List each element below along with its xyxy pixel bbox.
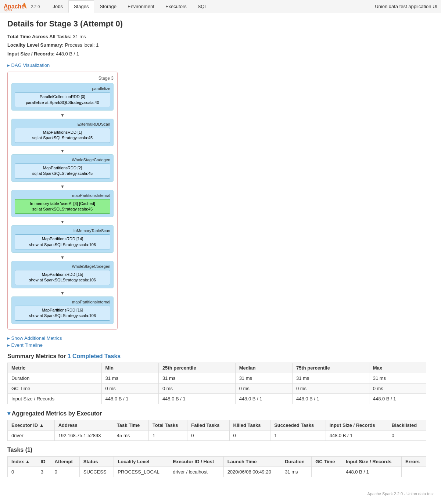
dag-node-inmemorytable: In-memory table 'userA' [3] [Cached]sql …	[15, 199, 110, 214]
dag-group-title-2: ExternalRDDScan	[15, 122, 110, 126]
agg-col-blacklisted: Blacklisted	[388, 420, 426, 430]
dag-group-wholestagecg2: WholeStageCodegen MapPartitionsRDD [15]s…	[11, 261, 114, 288]
dag-group-title-1: parallelize	[15, 86, 110, 91]
input-size-value: 448.0 B / 1	[56, 51, 79, 57]
nav-environment[interactable]: Environment	[122, 0, 160, 12]
total-time-label: Total Time Across All Tasks:	[7, 34, 73, 39]
agg-total-tasks-0: 1	[148, 430, 187, 440]
dag-arrow-1: ▼	[11, 112, 114, 119]
summary-metrics-thead: Metric Min 25th percentile Median 75th p…	[8, 363, 426, 373]
dag-node-mappartitionsrdd2: MapPartitionsRDD [2]sql at SparkSQLStrat…	[15, 163, 110, 179]
col-metric: Metric	[8, 363, 102, 373]
svg-text:Spark: Spark	[4, 8, 12, 12]
dag-arrow-5: ▼	[11, 254, 114, 261]
dag-sections: parallelize ParallelCollectionRDD [0]par…	[11, 83, 114, 325]
agg-icon: ▾	[7, 410, 12, 417]
agg-address-0: 192.168.75.1:52893	[54, 430, 113, 440]
agg-executor-id-0: driver	[8, 430, 55, 440]
nav-storage[interactable]: Storage	[94, 0, 122, 12]
summary-metrics-title: Summary Metrics for 1 Completed Tasks	[7, 353, 426, 360]
tasks-col-launch-time: Launch Time	[223, 456, 281, 467]
sm-max-2: 448.0 B / 1	[369, 393, 426, 404]
dag-arrow-3: ▼	[11, 183, 114, 190]
agg-header-row: Executor ID ▲ Address Task Time Total Ta…	[8, 420, 426, 430]
task-gc-time-0	[312, 467, 342, 477]
sm-metric-2: Input Size / Records	[8, 393, 102, 404]
show-additional-metrics-link[interactable]: ▸ Show Additional Metrics	[7, 335, 426, 341]
col-median: Median	[235, 363, 292, 373]
sm-p75-2: 448.0 B / 1	[292, 393, 369, 404]
sm-max-0: 31 ms	[369, 373, 426, 383]
agg-col-failed-tasks: Failed Tasks	[187, 420, 229, 430]
locality-row: Locality Level Summary: Process local: 1	[7, 41, 426, 49]
agg-input-size-0: 448.0 B / 1	[326, 430, 388, 440]
summary-metrics-row: Duration 31 ms 31 ms 31 ms 31 ms 31 ms	[8, 373, 426, 383]
task-errors-0	[401, 467, 426, 477]
summary-info: Total Time Across All Tasks: 31 ms Local…	[7, 32, 426, 58]
task-status-0: SUCCESS	[79, 467, 114, 477]
col-max: Max	[369, 363, 426, 373]
sm-p75-0: 31 ms	[292, 373, 369, 383]
nav-stages[interactable]: Stages	[68, 0, 94, 13]
total-time-row: Total Time Across All Tasks: 31 ms	[7, 32, 426, 41]
dag-arrow-6: ▼	[11, 290, 114, 296]
dag-group-inmemorytablescan: InMemoryTableScan MapPartitionsRDD [14]s…	[11, 225, 114, 253]
col-p75: 75th percentile	[292, 363, 369, 373]
tasks-col-status: Status	[79, 456, 114, 467]
summary-metrics-row: GC Time 0 ms 0 ms 0 ms 0 ms 0 ms	[8, 383, 426, 393]
main-content: Details for Stage 3 (Attempt 0) Total Ti…	[0, 13, 434, 489]
sm-metric-0: Duration	[8, 373, 102, 383]
summary-metrics-table: Metric Min 25th percentile Median 75th p…	[7, 363, 426, 404]
dag-group-title-4: mapPartitionsInternal	[15, 193, 110, 198]
tasks-col-input-size: Input Size / Records	[342, 456, 401, 467]
nav-executors[interactable]: Executors	[160, 0, 192, 12]
input-size-label: Input Size / Records:	[7, 51, 56, 57]
dag-node-mappartitionsrdd14: MapPartitionsRDD [14]show at SparkSQLStr…	[15, 234, 110, 249]
brand: Apache Spark 2.2.0	[4, 1, 40, 12]
aggregated-metrics-table: Executor ID ▲ Address Task Time Total Ta…	[7, 420, 426, 441]
task-input-size-0: 448.0 B / 1	[342, 467, 401, 477]
event-timeline-link[interactable]: ▸ Event Timeline	[7, 342, 426, 348]
dag-node-mappartitionsrdd1: MapPartitionsRDD [1]sql at SparkSQLStrat…	[15, 128, 110, 143]
dag-node-mappartitionsrdd15: MapPartitionsRDD [15]show at SparkSQLStr…	[15, 270, 110, 285]
dag-group-title-6: WholeStageCodegen	[15, 264, 110, 269]
agg-failed-tasks-0: 0	[187, 430, 229, 440]
tasks-body: 0 3 0 SUCCESS PROCESS_LOCAL driver / loc…	[8, 467, 426, 477]
task-attempt-0: 0	[51, 467, 79, 477]
sm-metric-1: GC Time	[8, 383, 102, 393]
agg-col-executor-id[interactable]: Executor ID ▲	[8, 420, 55, 430]
input-size-row: Input Size / Records: 448.0 B / 1	[7, 50, 426, 58]
nav-jobs[interactable]: Jobs	[47, 0, 68, 12]
total-time-value: 31 ms	[73, 34, 86, 39]
dag-arrow-4: ▼	[11, 219, 114, 225]
agg-col-succeeded-tasks: Succeeded Tasks	[270, 420, 326, 430]
summary-metrics-row: Input Size / Records 448.0 B / 1 448.0 B…	[8, 393, 426, 404]
tasks-col-index[interactable]: Index ▲	[8, 456, 37, 467]
tasks-col-attempt: Attempt	[51, 456, 79, 467]
tasks-col-gc-time: GC Time	[312, 456, 342, 467]
spark-logo: Apache Spark	[4, 1, 29, 12]
nav-sql[interactable]: SQL	[192, 0, 213, 12]
col-p25: 25th percentile	[158, 363, 235, 373]
tasks-table: Index ▲ ID Attempt Status Locality Level…	[7, 456, 426, 477]
agg-col-killed-tasks: Killed Tasks	[229, 420, 270, 430]
dag-group-title-7: mapPartitionsInternal	[15, 300, 110, 304]
dag-group-mappartitionsinternal2: mapPartitionsInternal MapPartitionsRDD […	[11, 296, 114, 324]
navbar: Apache Spark 2.2.0 Jobs Stages Storage E…	[0, 0, 441, 13]
dag-visualization-link[interactable]: ▸ DAG Visualization	[7, 62, 50, 68]
dag-group-title-3: WholeStageCodegen	[15, 158, 110, 162]
sm-median-0: 31 ms	[235, 373, 292, 383]
tasks-title: Tasks (1)	[7, 447, 426, 453]
agg-row: driver 192.168.75.1:52893 45 ms 1 0 0 1 …	[8, 430, 426, 440]
agg-blacklisted-0: 0	[388, 430, 426, 440]
footer-text: Apache Spark 2.2.0 - Union data test	[368, 492, 434, 496]
dag-node-mappartitionsrdd16: MapPartitionsRDD [16]show at SparkSQLStr…	[15, 306, 110, 321]
task-duration-0: 31 ms	[281, 467, 312, 477]
dag-node-parallelcollectionrdd: ParallelCollectionRDD [0]parallelize at …	[15, 92, 110, 107]
dag-group-mappartitionsinternal1: mapPartitionsInternal In-memory table 'u…	[11, 190, 114, 217]
task-row: 0 3 0 SUCCESS PROCESS_LOCAL driver / loc…	[8, 467, 426, 477]
sm-p25-2: 448.0 B / 1	[158, 393, 235, 404]
sm-min-1: 0 ms	[101, 383, 158, 393]
task-launch-time-0: 2020/06/08 00:49:20	[223, 467, 281, 477]
dag-group-externalrddscan: ExternalRDDScan MapPartitionsRDD [1]sql …	[11, 119, 114, 146]
